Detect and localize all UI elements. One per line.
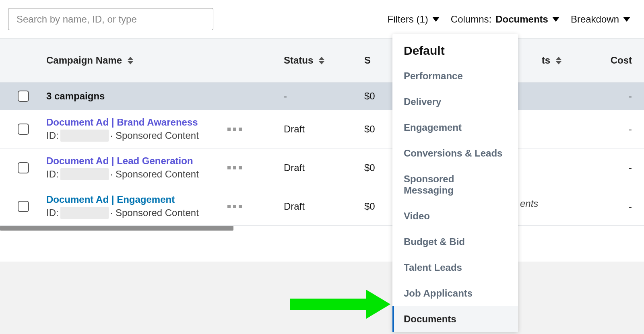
dropdown-item[interactable]: Talent Leads [392, 255, 518, 280]
campaign-link[interactable]: Document Ad | Brand Awareness [46, 117, 198, 128]
summary-label: 3 campaigns [46, 91, 105, 102]
sort-icon [128, 57, 133, 64]
table-row: Document Ad | Brand Awareness ID: · Spon… [0, 110, 644, 148]
row-cost: - [629, 162, 632, 173]
dropdown-item[interactable]: Budget & Bid [392, 229, 518, 255]
header-ts[interactable]: ts [517, 55, 561, 66]
dropdown-item[interactable]: Engagement [392, 115, 518, 140]
row-checkbox[interactable] [18, 162, 29, 173]
campaign-subline: ID: · Sponsored Content [46, 207, 199, 219]
columns-button[interactable]: Columns: Documents [449, 11, 561, 27]
summary-status: - [284, 91, 287, 102]
campaign-link[interactable]: Document Ad | Engagement [46, 194, 175, 205]
caret-down-icon [623, 17, 630, 22]
columns-prefix: Columns: [451, 14, 491, 25]
row-status: Draft [284, 124, 305, 135]
campaign-subline: ID: · Sponsored Content [46, 130, 199, 142]
summary-cost: - [629, 91, 632, 102]
dropdown-item[interactable]: Sponsored Messaging [392, 166, 518, 203]
row-s: $0 [364, 162, 375, 173]
breakdown-label: Breakdown [571, 14, 619, 25]
more-icon[interactable] [227, 205, 284, 208]
search-placeholder: Search by name, ID, or type [17, 14, 137, 25]
caret-down-icon [432, 17, 440, 22]
horizontal-scrollbar[interactable] [0, 226, 233, 231]
dropdown-header: Default [392, 44, 518, 63]
more-icon[interactable] [227, 128, 284, 131]
filters-button[interactable]: Filters (1) [386, 11, 441, 27]
row-status: Draft [284, 201, 305, 212]
sort-icon [319, 57, 324, 64]
header-label: Cost [611, 55, 632, 66]
caret-down-icon [552, 17, 559, 22]
campaign-link[interactable]: Document Ad | Lead Generation [46, 155, 193, 167]
search-input[interactable]: Search by name, ID, or type [8, 8, 213, 30]
header-label: S [364, 55, 371, 66]
header-label: ts [542, 55, 550, 66]
filters-label: Filters (1) [388, 14, 428, 25]
campaign-subline: ID: · Sponsored Content [46, 168, 199, 180]
table-row: Document Ad | Lead Generation ID: · Spon… [0, 148, 644, 187]
header-label: Campaign Name [46, 55, 122, 66]
columns-dropdown: Default PerformanceDeliveryEngagementCon… [392, 34, 518, 332]
header-cost[interactable]: Cost [561, 55, 644, 66]
header-campaign-name[interactable]: Campaign Name [46, 55, 227, 66]
more-icon[interactable] [227, 166, 284, 169]
select-all-checkbox[interactable] [18, 91, 29, 102]
columns-value: Documents [495, 14, 548, 25]
redacted-id [60, 168, 109, 180]
annotation-arrow [290, 290, 390, 319]
toolbar: Search by name, ID, or type Filters (1) … [0, 0, 644, 38]
dropdown-item[interactable]: Delivery [392, 89, 518, 115]
dropdown-item[interactable]: Documents [392, 306, 518, 332]
partial-text: ents [520, 198, 538, 209]
dropdown-item[interactable]: Job Applicants [392, 280, 518, 306]
row-cost: - [629, 201, 632, 212]
row-status: Draft [284, 162, 305, 173]
dropdown-item[interactable]: Performance [392, 63, 518, 89]
summary-s: $0 [364, 91, 375, 102]
dropdown-item[interactable]: Conversions & Leads [392, 140, 518, 166]
redacted-id [60, 207, 109, 219]
redacted-id [60, 130, 109, 142]
campaign-table: Campaign Name Status S ts Cost 3 campaig… [0, 38, 644, 231]
row-s: $0 [364, 201, 375, 212]
dropdown-item[interactable]: Video [392, 203, 518, 229]
sort-icon [556, 57, 561, 64]
row-checkbox[interactable] [18, 201, 29, 212]
header-status[interactable]: Status [284, 55, 364, 66]
table-row: Document Ad | Engagement ID: · Sponsored… [0, 187, 644, 226]
header-label: Status [284, 55, 313, 66]
breakdown-button[interactable]: Breakdown [569, 11, 632, 27]
summary-row: 3 campaigns - $0 - [0, 82, 644, 110]
row-s: $0 [364, 124, 375, 135]
row-checkbox[interactable] [18, 124, 29, 135]
row-cost: - [629, 124, 632, 135]
table-header-row: Campaign Name Status S ts Cost [0, 38, 644, 82]
